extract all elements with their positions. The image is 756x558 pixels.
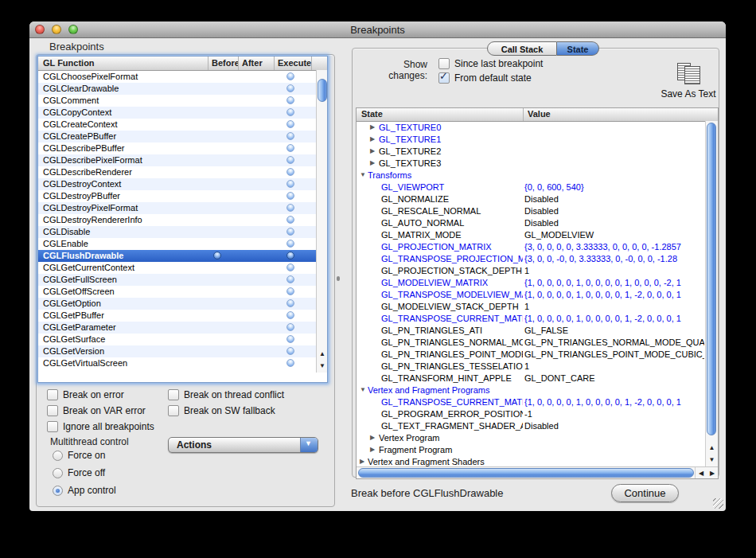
gl-function-row[interactable]: CGLCreatePBuffer [38,131,316,142]
state-row[interactable]: ▶GL_TEXTURE0 [357,122,706,134]
tab-call-stack[interactable]: Call Stack [487,41,557,56]
gl-function-row[interactable]: CGLGetFullScreen [38,274,316,286]
state-row[interactable]: ▶Vertex Program [357,432,706,444]
gl-function-row[interactable]: CGLCopyContext [38,107,316,119]
breakpoint-execute-sphere-icon[interactable] [286,132,294,140]
gl-function-row[interactable]: CGLGetOption [38,298,316,310]
breakpoint-execute-sphere-icon[interactable] [286,252,294,259]
gl-function-row[interactable]: CGLCreateContext [38,119,316,131]
disclosure-collapsed-icon[interactable]: ▶ [370,147,375,154]
breakpoint-execute-sphere-icon[interactable] [286,120,294,128]
gl-function-row[interactable]: CGLClearDrawable [38,83,316,95]
checkbox-ignore-all-breakpoints[interactable]: ✓ Ignore all breakpoints [47,421,154,432]
disclosure-expanded-icon[interactable]: ▼ [360,386,366,393]
breakpoint-execute-sphere-icon[interactable] [286,287,294,295]
checkbox-box[interactable]: ✓ [168,389,179,400]
breakpoint-execute-sphere-icon[interactable] [286,335,294,343]
scroll-up-arrow-icon[interactable]: ▲ [317,348,328,360]
disclosure-collapsed-icon[interactable]: ▶ [370,434,375,441]
gl-function-row[interactable]: CGLFlushDrawable [38,250,316,262]
gl-function-table[interactable]: GL Function Before After Execute CGLChoo… [37,56,328,383]
state-row[interactable]: GL_PROJECTION_STACK_DEPTH1 [357,265,706,277]
scrollbar-thumb[interactable] [707,123,716,435]
breakpoint-execute-sphere-icon[interactable] [286,72,294,80]
disclosure-expanded-icon[interactable]: ▼ [360,171,366,178]
state-row[interactable]: GL_MATRIX_MODEGL_MODELVIEW [357,229,706,241]
state-row[interactable]: ▶GL_TEXTURE1 [357,134,706,146]
gl-function-row[interactable]: CGLDestroyContext [38,178,316,190]
checkbox-break-on-sw-fallback[interactable]: ✓ Break on SW fallback [168,405,275,416]
state-row[interactable]: ▶Fragment Program [357,444,706,456]
continue-button[interactable]: Continue [611,484,679,502]
breakpoint-execute-sphere-icon[interactable] [286,144,294,152]
checkbox-box[interactable]: ✓ [47,421,58,432]
breakpoint-execute-sphere-icon[interactable] [286,228,294,236]
disclosure-collapsed-icon[interactable]: ▶ [370,159,375,166]
gl-function-row[interactable]: CGLDestroyPixelFormat [38,202,316,214]
gl-function-row[interactable]: CGLGetSurface [38,334,316,345]
column-header-after[interactable]: After [239,57,275,70]
scroll-right-arrow-icon[interactable]: ▶ [707,467,718,479]
column-divider[interactable] [523,108,524,121]
state-row[interactable]: GL_PROGRAM_ERROR_POSITION_A-1 [357,408,706,420]
disclosure-collapsed-icon[interactable]: ▶ [370,123,375,131]
state-row[interactable]: GL_PN_TRIANGLES_POINT_MODE_GL_PN_TRIANGL… [357,349,706,361]
radio-force-on[interactable]: Force on [53,450,105,461]
gl-function-row[interactable]: CGLDescribePixelFormat [38,154,316,166]
resize-grip[interactable] [713,498,723,509]
disclosure-collapsed-icon[interactable]: ▶ [370,446,375,453]
radio-force-off[interactable]: Force off [53,467,105,478]
gl-table-vertical-scrollbar[interactable]: ▲ ▼ [316,70,328,373]
state-row[interactable]: ▶GL_TEXTURE3 [357,158,706,170]
breakpoint-execute-sphere-icon[interactable] [286,323,294,331]
breakpoint-before-sphere-icon[interactable] [213,252,221,259]
scroll-left-arrow-icon[interactable]: ◀ [696,467,707,479]
gl-function-row[interactable]: CGLGetVersion [38,345,316,357]
gl-function-row[interactable]: CGLEnable [38,238,316,250]
state-row[interactable]: GL_MODELVIEW_MATRIX{1, 0, 0, 0, 0, 1, 0,… [357,277,706,289]
checkbox-box[interactable]: ✓ [438,58,450,69]
breakpoint-execute-sphere-icon[interactable] [286,204,294,212]
breakpoint-execute-sphere-icon[interactable] [286,96,294,104]
state-row[interactable]: GL_PN_TRIANGLES_ATIGL_FALSE [357,325,706,337]
checkbox-box[interactable]: ✓ [438,72,450,84]
gl-function-row[interactable]: CGLChoosePixelFormat [38,71,316,83]
state-table-horizontal-scrollbar[interactable]: ◀ ▶ [357,466,718,479]
radio-button[interactable] [53,468,63,478]
gl-function-row[interactable]: CGLGetVirtualScreen [38,357,316,369]
column-header-gl-function[interactable]: GL Function [38,57,208,70]
gl-function-row[interactable]: CGLGetPBuffer [38,310,316,322]
column-header-value[interactable]: Value [528,109,551,119]
state-row[interactable]: GL_RESCALE_NORMALDisabled [357,205,706,217]
breakpoint-execute-sphere-icon[interactable] [286,275,294,283]
tab-state[interactable]: State [557,41,599,56]
breakpoint-execute-sphere-icon[interactable] [286,263,294,271]
state-row[interactable]: GL_TRANSPOSE_CURRENT_MATRI{1, 0, 0, 0, 0… [357,313,706,325]
gl-function-row[interactable]: CGLDestroyRendererInfo [38,214,316,226]
column-header-execute[interactable]: Execute [275,57,312,70]
gl-function-row[interactable]: CGLDestroyPBuffer [38,190,316,202]
state-table[interactable]: State Value ▶GL_TEXTURE0▶GL_TEXTURE1▶GL_… [356,107,719,479]
state-row[interactable]: GL_TRANSFORM_HINT_APPLEGL_DONT_CARE [357,373,706,384]
breakpoint-execute-sphere-icon[interactable] [286,180,294,188]
breakpoint-execute-sphere-icon[interactable] [286,84,294,92]
title-bar[interactable]: Breakpoints [29,21,726,38]
state-row[interactable]: GL_TRANSPOSE_CURRENT_MATRI{1, 0, 0, 0, 0… [357,396,706,408]
breakpoint-execute-sphere-icon[interactable] [286,299,294,307]
checkbox-box[interactable]: ✓ [47,405,58,416]
state-row[interactable]: GL_TRANSPOSE_MODELVIEW_MAT{1, 0, 0, 0, 0… [357,289,706,301]
state-row[interactable]: GL_PN_TRIANGLES_TESSELATION_1 [357,361,706,373]
gl-function-row[interactable]: CGLDescribeRenderer [38,166,316,178]
state-row[interactable]: GL_PN_TRIANGLES_NORMAL_MODGL_PN_TRIANGLE… [357,337,706,349]
checkbox-box[interactable]: ✓ [47,389,58,400]
gl-function-row[interactable]: CGLDisable [38,226,316,238]
scrollbar-thumb[interactable] [318,79,327,102]
state-row[interactable]: GL_PROJECTION_MATRIX{3, 0, 0, 0, 0, 3.33… [357,241,706,253]
splitter-dimple[interactable] [337,276,340,281]
disclosure-collapsed-icon[interactable]: ▶ [360,458,364,465]
gl-function-row[interactable]: CGLDescribePBuffer [38,142,316,154]
scroll-down-arrow-icon[interactable]: ▼ [317,360,328,372]
scroll-up-arrow-icon[interactable]: ▲ [706,442,718,454]
state-row[interactable]: GL_TEXT_FRAGMENT_SHADER_ATDisabled [357,420,706,432]
disclosure-collapsed-icon[interactable]: ▶ [370,135,375,142]
